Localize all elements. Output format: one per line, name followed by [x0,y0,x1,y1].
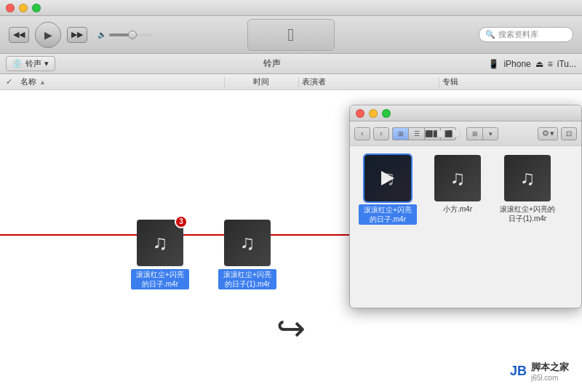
column-headers: ✓ 名称 ▲ 时间 表演者 专辑 [0,74,582,90]
search-placeholder: 搜索资料库 [498,29,538,40]
finder-music-note-2: ♫ [450,167,466,190]
title-bar [0,0,582,16]
action-arrow-icon: ▾ [550,129,554,138]
sort-group: ⊞ ▾ [466,127,498,140]
rewind-button[interactable]: ◀◀ [9,27,29,43]
finder-file-3[interactable]: ♫ 滚滚红尘+闪亮的日子(1).m4r [498,155,557,223]
gear-icon: ⚙ [542,129,549,138]
sort-arrow-button[interactable]: ▾ [482,127,498,140]
finder-file-label-3: 滚滚红尘+闪亮的日子(1).m4r [498,204,557,223]
view-toggle-group: ⊞ ☰ ⬛⬛ ⬜⬛⬜ [392,127,456,140]
finder-file-label-2: 小方.m4r [443,204,472,214]
finder-file-icon-1: ♫ [364,155,411,201]
finder-forward-button[interactable]: › [373,127,389,140]
volume-track[interactable] [109,33,153,36]
play-overlay-1 [364,155,411,201]
file-icon-2: ♫ [224,220,271,266]
nav-bar-title: 铃声 [63,57,481,70]
iphone-label: iPhone [503,59,530,69]
play-triangle-icon [381,171,394,185]
itunes-tab-label: iTu... [557,59,576,69]
file-badge-1: 3 [175,215,188,228]
col-check: ✓ [6,77,20,87]
finder-file-icon-2: ♫ [434,155,481,201]
finder-content: ♫ 滚滚红尘+闪亮的日子.m4r ♫ 小方.m4r ♫ 滚滚红尘+闪 [350,146,581,233]
itunes-file-item-2[interactable]: ♫ 滚滚红尘+闪亮的日子(1).m4r [218,220,276,289]
disk-icon: 💿 [12,59,23,68]
col-divider-2 [298,77,299,87]
col-artist-header[interactable]: 表演者 [302,76,436,87]
sort-menu-button[interactable]: ⊞ [466,127,482,140]
minimize-button[interactable] [19,4,28,12]
col-divider-3 [439,77,439,87]
toolbar: ◀◀ ▶ ▶▶ 🔈  🔍 搜索资料库 [0,16,582,54]
col-name-header[interactable]: 名称 ▲ [20,76,221,87]
watermark-site: 脚本之家 [531,361,569,374]
volume-knob[interactable] [128,31,137,39]
play-button[interactable]: ▶ [35,22,61,48]
view-coverflow-button[interactable]: ⬜⬛⬜ [440,127,456,140]
iphone-section: 📱 iPhone ⏏ ≡ iTu... [488,59,576,69]
col-divider-1 [224,77,225,87]
finder-action-button[interactable]: ⚙ ▾ [538,127,558,140]
view-list-button[interactable]: ☰ [408,127,424,140]
finder-window: ‹ › ⊞ ☰ ⬛⬛ ⬜⬛⬜ ⊞ ▾ ⚙ ▾ ⊡ [349,105,582,308]
music-note-icon-2: ♫ [240,231,255,255]
iphone-device-icon: 📱 [488,59,499,69]
search-box[interactable]: 🔍 搜索资料库 [479,27,573,42]
maximize-button[interactable] [32,4,41,12]
col-album-header[interactable]: 专辑 [442,76,576,87]
finder-music-note-3: ♫ [520,167,535,190]
itunes-file-list: ♫ 3 滚滚红尘+闪亮的日子.m4r ♫ 滚滚红尘+闪亮的日子(1).m4r [131,220,276,289]
search-icon: 🔍 [485,30,495,39]
finder-file-1[interactable]: ♫ 滚滚红尘+闪亮的日子.m4r [359,155,417,225]
toolbar-center:  [247,19,335,51]
eject-icon[interactable]: ⏏ [535,59,543,69]
watermark-logo: JB [510,364,527,379]
music-note-icon-1: ♫ [153,231,168,255]
playback-controls: ◀◀ ▶ ▶▶ [9,22,87,48]
watermark-url: j65l.com [531,374,569,382]
col-time-header[interactable]: 时间 [228,76,295,87]
finder-back-button[interactable]: ‹ [354,127,370,140]
ringtone-selector-label: 铃声 [25,58,41,69]
file-icon-1: ♫ 3 [137,220,183,266]
finder-file-icon-3: ♫ [504,155,551,201]
finder-titlebar [350,105,581,121]
main-content: ♫ 3 滚滚红尘+闪亮的日子.m4r ♫ 滚滚红尘+闪亮的日子(1).m4r ↩… [0,90,582,392]
selector-arrow-icon: ▾ [44,59,49,68]
finder-toolbar: ‹ › ⊞ ☰ ⬛⬛ ⬜⬛⬜ ⊞ ▾ ⚙ ▾ ⊡ [350,121,581,146]
finder-min-button[interactable] [369,109,378,118]
itunes-file-item[interactable]: ♫ 3 滚滚红尘+闪亮的日子.m4r [131,220,189,289]
finder-extra-button[interactable]: ⊡ [561,127,577,140]
menu-icon[interactable]: ≡ [548,59,553,69]
sort-arrow-icon: ▲ [39,79,46,86]
apple-icon:  [288,25,295,45]
close-button[interactable] [6,4,15,12]
volume-control: 🔈 [97,31,153,39]
finder-max-button[interactable] [382,109,391,118]
watermark: JB 脚本之家 j65l.com [504,358,575,385]
volume-icon: 🔈 [97,31,106,39]
file-label-2: 滚滚红尘+闪亮的日子(1).m4r [218,269,276,289]
view-icon-button[interactable]: ⊞ [392,127,408,140]
apple-logo:  [247,19,335,51]
finder-file-2[interactable]: ♫ 小方.m4r [428,155,487,214]
ringtone-selector[interactable]: 💿 铃声 ▾ [6,56,55,71]
finder-close-button[interactable] [356,109,364,118]
finder-file-label-1: 滚滚红尘+闪亮的日子.m4r [359,204,417,225]
drag-arrow-icon: ↩ [276,308,306,348]
file-label-1: 滚滚红尘+闪亮的日子.m4r [131,269,189,289]
forward-button[interactable]: ▶▶ [67,27,87,43]
nav-bar: 💿 铃声 ▾ 铃声 📱 iPhone ⏏ ≡ iTu... [0,54,582,74]
